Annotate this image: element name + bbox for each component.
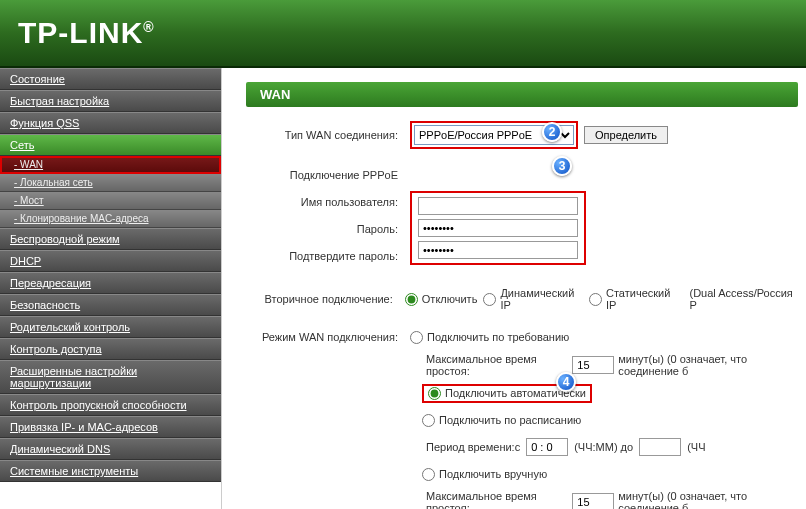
sec-note: (Dual Access/Россия P xyxy=(690,287,799,311)
sidebar-item-10[interactable]: Переадресация xyxy=(0,272,221,294)
callout-4: 4 xyxy=(556,372,576,392)
detect-button[interactable]: Определить xyxy=(584,126,668,144)
time-from-input[interactable] xyxy=(526,438,568,456)
sidebar-item-0[interactable]: Состояние xyxy=(0,68,221,90)
mode-demand-radio[interactable]: Подключить по требованию xyxy=(410,331,569,344)
sidebar-item-14[interactable]: Расширенные настройки маршрутизации xyxy=(0,360,221,394)
callout-2: 2 xyxy=(542,122,562,142)
sidebar-item-11[interactable]: Безопасность xyxy=(0,294,221,316)
sidebar-item-8[interactable]: Беспроводной режим xyxy=(0,228,221,250)
mode-sched-radio[interactable]: Подключить по расписанию xyxy=(422,414,581,427)
mode-label: Режим WAN подключения: xyxy=(250,331,410,343)
idle1-input[interactable] xyxy=(572,356,614,374)
period-label: Период времени:с xyxy=(426,441,520,453)
password-input[interactable] xyxy=(418,219,578,237)
sidebar-item-2[interactable]: Функция QSS xyxy=(0,112,221,134)
pppoe-section-label: Подключение PPPoE xyxy=(250,169,410,181)
mode-manual-radio[interactable]: Подключить вручную xyxy=(422,468,547,481)
sidebar-item-7[interactable]: - Клонирование MAC-адреса xyxy=(0,210,221,228)
wan-type-label: Тип WAN соединения: xyxy=(250,129,410,141)
idle2-input[interactable] xyxy=(572,493,614,509)
page-title: WAN xyxy=(246,82,798,107)
content-area: WAN Тип WAN соединения: PPPoE/Россия PPP… xyxy=(222,68,806,509)
sidebar-item-13[interactable]: Контроль доступа xyxy=(0,338,221,360)
sec-disable-radio[interactable]: Отключить xyxy=(405,293,478,306)
sidebar-item-6[interactable]: - Мост xyxy=(0,192,221,210)
sidebar: СостояниеБыстрая настройкаФункция QSSСет… xyxy=(0,68,222,509)
sidebar-item-3[interactable]: Сеть xyxy=(0,134,221,156)
period-to-label: (ЧЧ:ММ) до xyxy=(574,441,633,453)
callout-3: 3 xyxy=(552,156,572,176)
sidebar-item-18[interactable]: Системные инструменты xyxy=(0,460,221,482)
password2-label: Подтвердите пароль: xyxy=(250,250,410,262)
header: TP-LINK® xyxy=(0,0,806,68)
period-hhmm-label: (ЧЧ xyxy=(687,441,705,453)
idle1-label: Максимальное время простоя: xyxy=(426,353,566,377)
sidebar-item-5[interactable]: - Локальная сеть xyxy=(0,174,221,192)
password2-input[interactable] xyxy=(418,241,578,259)
idle1-unit: минут(ы) (0 означает, что соединение б xyxy=(618,353,798,377)
idle2-unit: минут(ы) (0 означает, что соединение б xyxy=(618,490,798,509)
sidebar-item-15[interactable]: Контроль пропускной способности xyxy=(0,394,221,416)
secondary-label: Вторичное подключение: xyxy=(250,293,405,305)
brand-logo: TP-LINK® xyxy=(18,16,155,50)
sec-static-radio[interactable]: Статический IP xyxy=(589,287,679,311)
password-label: Пароль: xyxy=(250,223,410,235)
idle2-label: Максимальное время простоя: xyxy=(426,490,566,509)
sidebar-item-4[interactable]: - WAN xyxy=(0,156,221,174)
sidebar-item-12[interactable]: Родительский контроль xyxy=(0,316,221,338)
sidebar-item-1[interactable]: Быстрая настройка xyxy=(0,90,221,112)
sec-dynip-radio[interactable]: Динамический IP xyxy=(483,287,583,311)
username-label: Имя пользователя: xyxy=(250,196,410,208)
time-to-input[interactable] xyxy=(639,438,681,456)
sidebar-item-17[interactable]: Динамический DNS xyxy=(0,438,221,460)
sidebar-item-9[interactable]: DHCP xyxy=(0,250,221,272)
sidebar-item-16[interactable]: Привязка IP- и MAC-адресов xyxy=(0,416,221,438)
username-input[interactable] xyxy=(418,197,578,215)
